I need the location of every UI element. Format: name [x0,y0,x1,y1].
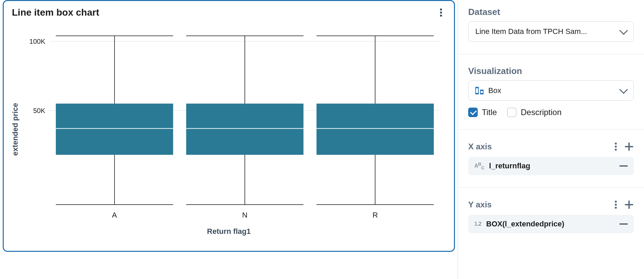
chart-kebab-menu[interactable] [436,8,446,17]
chevron-down-icon [619,85,628,94]
numeric-type-icon: 1.2 [474,221,481,227]
box-plot-svg: 50K100KANR [12,21,444,224]
y-axis-label: extended price [11,103,20,155]
box-viz-icon [475,87,484,94]
dataset-dropdown[interactable]: Line Item Data from TPCH Sam... [468,21,634,42]
title-checkbox[interactable] [468,108,478,117]
x-axis-field-pill[interactable]: ABC l_returnflag [468,157,634,175]
x-tick-label: A [112,211,117,219]
y-axis-add-button[interactable] [624,200,634,209]
config-sidebar: Dataset Line Item Data from TPCH Sam... … [458,0,644,279]
x-axis-label: Return flag1 [12,227,446,236]
chart-plot-area: extended price 50K100KANR Return flag1 [12,21,446,238]
description-checkbox-label: Description [521,108,561,117]
y-tick-label: 100K [29,38,45,45]
chart-title: Line item box chart [12,7,99,18]
x-axis-kebab-menu[interactable] [613,141,618,152]
description-checkbox-row[interactable]: Description [507,108,561,117]
visualization-dropdown[interactable]: Box [468,80,634,101]
title-checkbox-row[interactable]: Title [468,108,497,117]
chevron-down-icon [619,26,628,35]
chart-card: Line item box chart extended price 50K10… [3,0,455,252]
y-axis-heading: Y axis [468,200,492,209]
y-axis-field-pill[interactable]: 1.2 BOX(l_extendedprice) [468,215,634,233]
dataset-heading: Dataset [468,7,634,17]
y-axis-remove-button[interactable] [620,223,628,225]
box-R [317,104,434,155]
dataset-selected-label: Line Item Data from TPCH Sam... [475,27,587,36]
y-axis-field-label: BOX(l_extendedprice) [486,220,564,228]
box-A [56,104,173,155]
y-tick-label: 50K [33,107,45,114]
x-tick-label: R [372,211,378,219]
x-axis-remove-button[interactable] [620,165,628,167]
title-checkbox-label: Title [482,108,497,117]
x-axis-add-button[interactable] [624,142,634,151]
description-checkbox[interactable] [507,108,516,117]
y-axis-kebab-menu[interactable] [613,199,618,210]
x-axis-heading: X axis [468,142,492,151]
visualization-selected-label: Box [488,86,501,95]
x-axis-field-label: l_returnflag [489,162,530,170]
string-type-icon: ABC [474,162,484,170]
visualization-heading: Visualization [468,66,634,76]
box-N [186,104,304,155]
x-tick-label: N [242,211,248,219]
